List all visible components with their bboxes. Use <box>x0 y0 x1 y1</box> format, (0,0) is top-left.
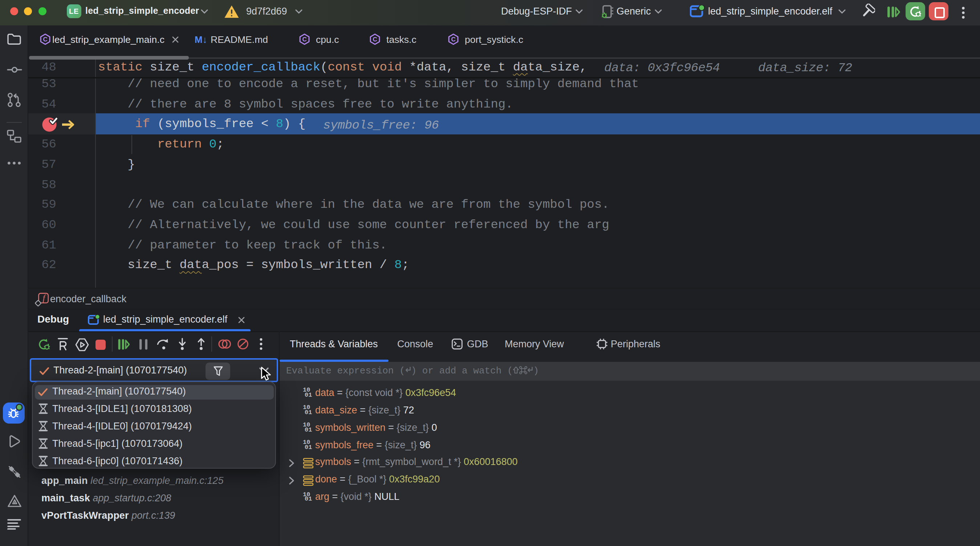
svg-text:C: C <box>451 36 455 43</box>
svg-text:C: C <box>302 36 307 43</box>
svg-text:C: C <box>43 36 47 43</box>
svg-text:f: f <box>42 293 46 302</box>
svg-text:C: C <box>372 36 377 43</box>
